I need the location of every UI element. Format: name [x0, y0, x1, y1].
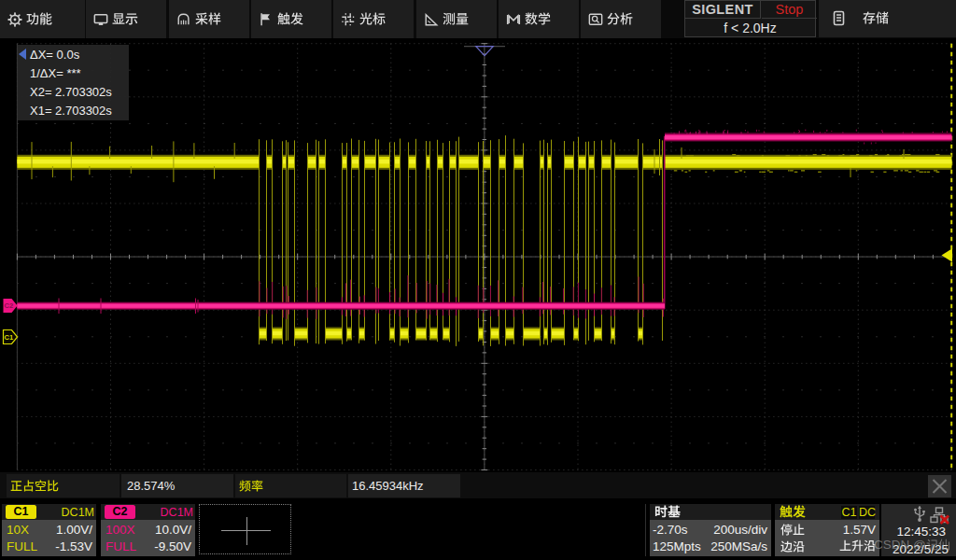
svg-text:C1: C1 [5, 333, 14, 342]
svg-text:C2: C2 [5, 301, 14, 310]
